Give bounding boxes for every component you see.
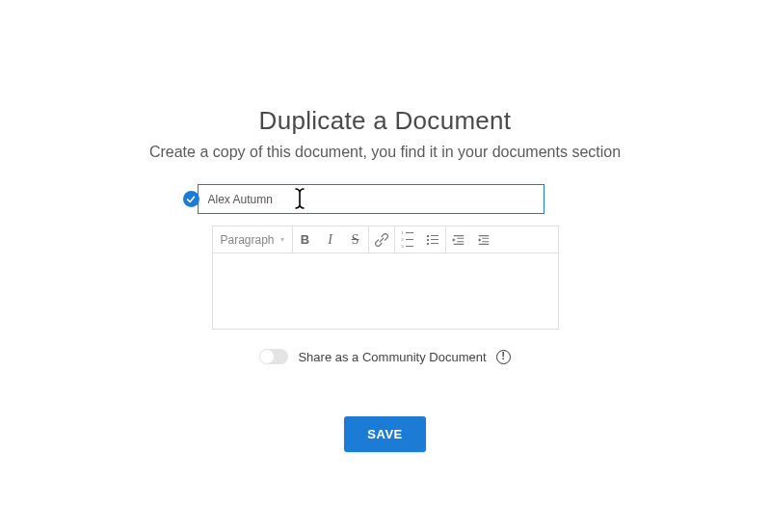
format-select[interactable]: Paragraph ▾: [213, 226, 292, 253]
save-button[interactable]: SAVE: [344, 416, 425, 452]
check-circle-icon: [183, 191, 199, 207]
share-community-toggle[interactable]: [259, 349, 288, 364]
share-toggle-label: Share as a Community Document: [298, 350, 486, 364]
indent-button[interactable]: [471, 226, 496, 253]
format-select-label: Paragraph: [221, 233, 275, 247]
link-button[interactable]: [369, 226, 394, 253]
toggle-knob: [260, 350, 274, 363]
bold-button[interactable]: B: [293, 226, 318, 253]
chevron-down-icon: ▾: [280, 235, 284, 244]
page-subtitle: Create a copy of this document, you find…: [149, 144, 621, 161]
editor-textarea[interactable]: [213, 253, 558, 329]
ordered-list-button[interactable]: 1 2 3: [395, 226, 420, 253]
outdent-button[interactable]: [446, 226, 471, 253]
editor-toolbar: Paragraph ▾ B I S 1 2 3: [213, 226, 558, 253]
strikethrough-button[interactable]: S: [343, 226, 368, 253]
duplicate-form: Paragraph ▾ B I S 1 2 3: [212, 184, 559, 330]
page-title: Duplicate a Document: [259, 106, 512, 136]
unordered-list-button[interactable]: [420, 226, 445, 253]
share-toggle-row: Share as a Community Document !: [259, 349, 510, 364]
italic-button[interactable]: I: [318, 226, 343, 253]
rich-text-editor: Paragraph ▾ B I S 1 2 3: [212, 226, 559, 330]
document-title-input[interactable]: [198, 184, 544, 214]
info-icon[interactable]: !: [496, 350, 511, 364]
